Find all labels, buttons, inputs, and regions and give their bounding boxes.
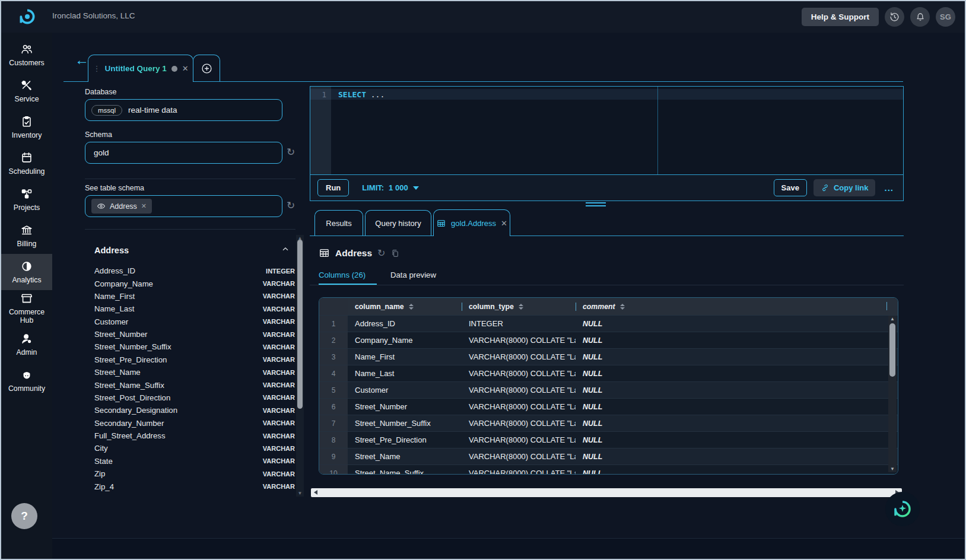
scroll-down-icon[interactable]: ▼ (888, 466, 897, 472)
table-schema-refresh-icon[interactable]: ↻ (287, 201, 295, 211)
schema-column-row[interactable]: Secondary_NumberVARCHAR (85, 417, 296, 429)
schema-list-header[interactable]: Address (85, 235, 296, 265)
schema-column-row[interactable]: Full_Street_AddressVARCHAR (85, 429, 296, 442)
company-name: Ironclad Solutions, LLC (52, 11, 135, 20)
schema-list-scrollbar[interactable]: ▲ ▼ (296, 235, 304, 497)
sql-editor[interactable]: 1 SELECT ... (310, 86, 904, 175)
refresh-table-icon[interactable]: ↻ (377, 247, 385, 259)
close-tab-icon[interactable]: ✕ (501, 219, 507, 228)
grid-row[interactable]: 10Street_Name_SuffixVARCHAR(8000) COLLAT… (319, 464, 898, 475)
remove-chip-icon[interactable]: ✕ (141, 202, 147, 210)
copy-link-button[interactable]: Copy link (814, 179, 876, 196)
copy-icon[interactable] (390, 249, 400, 258)
schema-column-row[interactable]: Street_Pre_DirectionVARCHAR (85, 354, 296, 366)
schema-select[interactable]: gold (85, 142, 282, 164)
subtab-columns[interactable]: Columns (26) (319, 271, 366, 279)
grid-row[interactable]: 7Street_Number_SuffixVARCHAR(8000) COLLA… (319, 415, 898, 431)
schema-column-row[interactable]: Street_Post_DirectionVARCHAR (85, 392, 296, 404)
tab-gold-address[interactable]: gold.Address ✕ (433, 209, 510, 236)
grid-cell-comment: NULL (576, 332, 898, 348)
schema-column-row[interactable]: Zip_4VARCHAR (85, 480, 296, 492)
schema-column-row[interactable]: Name_LastVARCHAR (85, 303, 296, 315)
schema-column-row[interactable]: Street_Number_SuffixVARCHAR (85, 341, 296, 353)
scrollbar-thumb[interactable] (889, 323, 895, 377)
run-button[interactable]: Run (317, 179, 349, 196)
sidebar-item-service[interactable]: Service (1, 73, 52, 109)
close-tab-icon[interactable]: ✕ (182, 64, 189, 73)
ai-assistant-button[interactable] (885, 492, 920, 526)
grid-header-comment[interactable]: comment (576, 298, 898, 315)
sidebar-item-analytics[interactable]: Analytics (1, 254, 52, 290)
sidebar-item-projects[interactable]: Projects (1, 182, 52, 218)
table-chip[interactable]: Address ✕ (91, 199, 152, 214)
save-button[interactable]: Save (774, 179, 807, 196)
drag-handle-icon[interactable]: ⋮ (93, 64, 100, 73)
sidebar-item-billing[interactable]: Billing (1, 218, 52, 254)
sidebar-item-inventory[interactable]: Inventory (1, 109, 52, 145)
grid-header-column-name[interactable]: column_name (348, 298, 462, 315)
sidebar-item-admin[interactable]: Admin (1, 326, 52, 362)
grid-horizontal-scrollbar[interactable] (311, 488, 902, 497)
schema-column-row[interactable]: Street_Name_SuffixVARCHAR (85, 378, 296, 391)
chevron-up-icon[interactable] (281, 244, 290, 256)
new-query-tab-button[interactable] (193, 55, 220, 81)
tab-results[interactable]: Results (314, 210, 363, 236)
panel-splitter-handle[interactable] (586, 202, 606, 208)
table-schema-select[interactable]: Address ✕ (85, 195, 282, 217)
schema-column-row[interactable]: Company_NameVARCHAR (85, 277, 296, 289)
schema-column-row[interactable]: Secondary_DesignationVARCHAR (85, 404, 296, 416)
scroll-up-icon[interactable]: ▲ (888, 316, 897, 322)
grid-vertical-scrollbar[interactable]: ▲ ▼ (888, 316, 897, 472)
grid-cell-type: VARCHAR(8000) COLLATE "Latin... (462, 399, 576, 415)
grid-header-column-type[interactable]: column_type (462, 298, 576, 315)
notifications-bell-icon[interactable] (910, 7, 930, 27)
limit-dropdown[interactable]: LIMIT: 1 000 (362, 183, 418, 192)
column-name: Customer (94, 317, 128, 326)
column-resize-mark[interactable] (886, 302, 887, 310)
back-arrow-icon[interactable]: ← (75, 53, 89, 67)
scroll-left-icon[interactable] (314, 490, 317, 495)
sidebar-item-scheduling[interactable]: Scheduling (1, 145, 52, 182)
schema-column-row[interactable]: Street_NameVARCHAR (85, 366, 296, 378)
grid-row[interactable]: 6Street_NumberVARCHAR(8000) COLLATE "Lat… (319, 398, 898, 415)
grid-row[interactable]: 2Company_NameVARCHAR(8000) COLLATE "Lati… (319, 332, 898, 348)
grid-row[interactable]: 1Address_IDINTEGERNULL (319, 315, 898, 332)
grid-cell-type: VARCHAR(8000) COLLATE "Latin... (462, 365, 576, 381)
grid-row[interactable]: 5CustomerVARCHAR(8000) COLLATE "Latin...… (319, 381, 898, 398)
grid-row[interactable]: 3Name_FirstVARCHAR(8000) COLLATE "Latin.… (319, 348, 898, 365)
database-name: real-time data (128, 106, 177, 114)
user-avatar[interactable]: SG (936, 7, 955, 27)
tab-query-history[interactable]: Query history (365, 210, 431, 236)
schema-column-row[interactable]: Name_FirstVARCHAR (85, 290, 296, 303)
schema-column-row[interactable]: Address_IDINTEGER (85, 265, 296, 277)
schema-column-row[interactable]: CityVARCHAR (85, 442, 296, 454)
company-logo-icon[interactable] (18, 8, 36, 26)
schema-column-row[interactable]: Street_NumberVARCHAR (85, 328, 296, 341)
scroll-down-icon[interactable]: ▼ (296, 491, 304, 496)
grid-row[interactable]: 4Name_LastVARCHAR(8000) COLLATE "Latin..… (319, 365, 898, 381)
table-grid-icon (319, 247, 330, 259)
grid-row[interactable]: 9Street_NameVARCHAR(8000) COLLATE "Latin… (319, 448, 898, 464)
schema-refresh-icon[interactable]: ↻ (287, 147, 295, 157)
scrollbar-thumb[interactable] (297, 240, 303, 409)
grid-cell-comment: NULL (576, 399, 898, 415)
database-select[interactable]: mssql real-time data (85, 99, 282, 121)
column-name: Secondary_Number (94, 419, 164, 428)
subtab-data-preview[interactable]: Data preview (390, 271, 436, 279)
history-button[interactable] (885, 7, 904, 27)
schema-column-row[interactable]: CustomerVARCHAR (85, 316, 296, 328)
schema-column-row[interactable]: ZipVARCHAR (85, 467, 296, 480)
schema-column-row[interactable]: StateVARCHAR (85, 455, 296, 467)
column-name: Zip_4 (94, 482, 114, 491)
eye-icon (97, 202, 106, 211)
more-options-button[interactable]: ... (882, 183, 896, 193)
query-tab[interactable]: ⋮ Untitled Query 1 ✕ (88, 55, 193, 82)
sql-code-line[interactable]: SELECT ... (338, 90, 385, 99)
sidebar-item-label: Billing (17, 240, 37, 248)
help-bubble-button[interactable]: ? (11, 503, 37, 529)
grid-row[interactable]: 8Street_Pre_DirectionVARCHAR(8000) COLLA… (319, 431, 898, 448)
sidebar-item-customers[interactable]: Customers (1, 37, 52, 73)
sidebar-item-community[interactable]: Community (1, 362, 52, 399)
sidebar-item-commerce-hub[interactable]: Commerce Hub (1, 290, 52, 326)
help-support-button[interactable]: Help & Support (802, 8, 879, 26)
